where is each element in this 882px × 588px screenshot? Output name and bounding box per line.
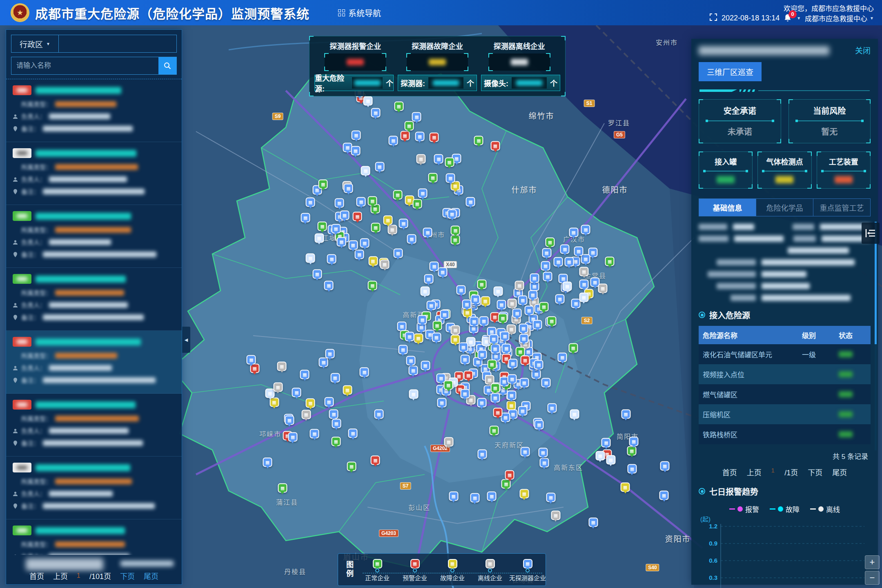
enterprise-list-item[interactable]: 所属类型：负责人：备注： — [6, 457, 182, 519]
enterprise-map-pin[interactable]: ▦ — [306, 254, 315, 263]
enterprise-map-pin[interactable]: ▦ — [487, 492, 497, 501]
enterprise-map-pin[interactable]: ▦ — [524, 305, 534, 315]
enterprise-map-pin[interactable]: ▦ — [324, 397, 334, 406]
enterprise-map-pin[interactable]: ▦ — [449, 492, 458, 501]
enterprise-map-pin[interactable]: ▦ — [423, 227, 432, 237]
enterprise-map-pin[interactable]: ▦ — [659, 491, 669, 500]
chart-legend-故障[interactable]: 故障 — [770, 504, 800, 514]
enterprise-map-pin[interactable]: ▦ — [348, 428, 358, 438]
enterprise-map-pin[interactable]: ▦ — [421, 361, 430, 370]
enterprise-map-pin[interactable]: ▦ — [519, 323, 528, 333]
enterprise-map-pin[interactable]: ▦ — [534, 360, 543, 370]
enterprise-map-pin[interactable]: ▦ — [598, 284, 608, 293]
enterprise-map-pin[interactable]: ▦ — [533, 320, 542, 330]
3d-patrol-button[interactable]: 三维厂区巡查 — [699, 62, 762, 81]
enterprise-map-pin[interactable]: ▦ — [448, 209, 457, 219]
enterprise-map-pin[interactable]: ▦ — [335, 198, 344, 207]
hazard-table-row[interactable]: 液化石油气储罐区单元一级 — [699, 344, 871, 364]
enterprise-map-pin[interactable]: ▦ — [560, 245, 570, 254]
enterprise-map-pin[interactable]: ▦ — [398, 345, 408, 354]
system-nav-menu[interactable]: 系统导航 — [338, 7, 381, 19]
enterprise-map-pin[interactable]: ▦ — [418, 189, 428, 198]
enterprise-map-pin[interactable]: ▦ — [460, 354, 470, 364]
enterprise-map-pin[interactable]: ▦ — [569, 228, 578, 237]
enterprise-map-pin[interactable]: ▦ — [394, 102, 403, 111]
enterprise-map-pin[interactable]: ▦ — [477, 449, 487, 459]
enterprise-map-pin[interactable]: ▦ — [409, 390, 418, 399]
enterprise-map-pin[interactable]: ▦ — [361, 166, 370, 176]
enterprise-map-pin[interactable]: ▦ — [574, 247, 583, 256]
enterprise-map-pin[interactable]: ▦ — [428, 173, 438, 182]
hazard-table-row[interactable]: 压缩机区 — [699, 404, 871, 424]
page-prev-link[interactable]: 上页 — [53, 570, 68, 581]
enterprise-map-pin[interactable]: ▦ — [601, 438, 611, 447]
enterprise-map-pin[interactable]: ▦ — [360, 368, 369, 377]
enterprise-map-pin[interactable]: ▦ — [508, 374, 517, 384]
enterprise-map-pin[interactable]: ▦ — [277, 362, 287, 371]
enterprise-map-pin[interactable]: ▦ — [459, 342, 468, 352]
enterprise-map-pin[interactable]: ▦ — [621, 482, 630, 492]
enterprise-map-pin[interactable]: ▦ — [432, 321, 442, 330]
enterprise-map-pin[interactable]: ▦ — [451, 325, 460, 334]
search-button[interactable] — [158, 57, 176, 74]
enterprise-map-pin[interactable]: ▦ — [412, 112, 421, 121]
enterprise-map-pin[interactable]: ▦ — [312, 270, 322, 279]
enterprise-map-pin[interactable]: ▦ — [489, 334, 499, 344]
enterprise-map-pin[interactable]: ▦ — [352, 131, 361, 140]
enterprise-map-pin[interactable]: ▦ — [547, 316, 557, 326]
enterprise-map-pin[interactable]: ▦ — [528, 290, 537, 299]
hazard-table-row[interactable]: 视频接入点位 — [699, 364, 871, 384]
enterprise-map-pin[interactable]: ▦ — [508, 359, 517, 368]
enterprise-map-pin[interactable]: ▦ — [351, 146, 360, 156]
enterprise-map-pin[interactable]: ▦ — [444, 437, 453, 447]
page-current[interactable]: 1 — [77, 572, 80, 579]
enterprise-map-pin[interactable]: ▦ — [420, 287, 430, 296]
enterprise-map-pin[interactable]: ▦ — [375, 162, 384, 172]
notification-bell-icon[interactable]: 0 — [784, 14, 793, 23]
enterprise-map-pin[interactable]: ▦ — [407, 234, 416, 244]
enterprise-map-pin[interactable]: ▦ — [500, 331, 510, 341]
enterprise-map-pin[interactable]: ▦ — [507, 391, 516, 400]
enterprise-map-pin[interactable]: ▦ — [324, 281, 334, 290]
enterprise-map-pin[interactable]: ▦ — [430, 132, 439, 142]
enterprise-map-pin[interactable]: ▦ — [489, 425, 499, 435]
enterprise-map-pin[interactable]: ▦ — [416, 154, 425, 163]
enterprise-map-pin[interactable]: ▦ — [360, 238, 370, 247]
enterprise-map-pin[interactable]: ▦ — [414, 334, 423, 343]
enterprise-map-pin[interactable]: ▦ — [371, 456, 380, 465]
enterprise-map-pin[interactable]: ▦ — [581, 225, 590, 234]
enterprise-map-pin[interactable]: ▦ — [519, 489, 529, 498]
enterprise-map-pin[interactable]: ▦ — [490, 383, 500, 393]
hazard-table-row[interactable]: 燃气储罐区 — [699, 384, 871, 404]
enterprise-map-pin[interactable]: ▦ — [445, 157, 454, 167]
enterprise-map-pin[interactable]: ▦ — [371, 223, 381, 232]
enterprise-map-pin[interactable]: ▦ — [393, 190, 402, 200]
enterprise-map-pin[interactable]: ▦ — [278, 483, 287, 492]
enterprise-map-pin[interactable]: ▦ — [368, 281, 377, 290]
enterprise-map-pin[interactable]: ▦ — [329, 410, 339, 419]
enterprise-map-pin[interactable]: ▦ — [356, 197, 366, 207]
enterprise-map-pin[interactable]: ▦ — [310, 429, 319, 439]
enterprise-map-pin[interactable]: ▦ — [581, 254, 590, 264]
enterprise-map-pin[interactable]: ▦ — [555, 294, 564, 303]
enterprise-map-pin[interactable]: ▦ — [399, 219, 408, 228]
tab-危险化学品[interactable]: 危险化学品 — [756, 199, 813, 216]
enterprise-list-item[interactable]: 所属类型：负责人：备注： — [6, 394, 182, 457]
enterprise-map-pin[interactable]: ▦ — [543, 272, 552, 281]
panel-page-first[interactable]: 首页 — [722, 467, 737, 477]
enterprise-map-pin[interactable]: ▦ — [371, 108, 380, 118]
enterprise-map-pin[interactable]: ▦ — [318, 180, 328, 189]
enterprise-map-pin[interactable]: ▦ — [477, 280, 486, 289]
district-select[interactable]: 行政区 ▼ — [11, 35, 59, 52]
enterprise-map-pin[interactable]: ▦ — [318, 221, 327, 231]
enterprise-map-pin[interactable]: ▦ — [520, 447, 530, 456]
enterprise-map-pin[interactable]: ▦ — [481, 296, 490, 305]
enterprise-map-pin[interactable]: ▦ — [466, 197, 475, 207]
enterprise-map-pin[interactable]: ▦ — [306, 399, 315, 408]
panel-collapse-button[interactable] — [862, 223, 880, 244]
enterprise-map-pin[interactable]: ▦ — [331, 437, 341, 446]
enterprise-map-pin[interactable]: ▦ — [446, 174, 455, 183]
enterprise-map-pin[interactable]: ▦ — [502, 344, 511, 353]
enterprise-map-pin[interactable]: ▦ — [518, 296, 528, 305]
enterprise-map-pin[interactable]: ▦ — [393, 248, 403, 258]
